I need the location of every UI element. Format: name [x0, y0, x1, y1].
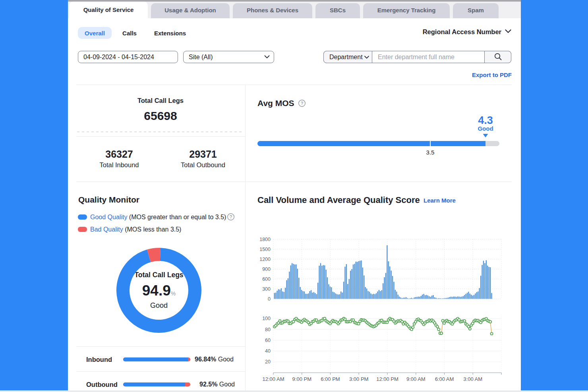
svg-text:80: 80: [265, 327, 271, 332]
svg-text:900: 900: [262, 266, 271, 272]
svg-text:9:00 PM: 9:00 PM: [292, 376, 311, 382]
svg-text:1800: 1800: [259, 237, 271, 242]
svg-text:40: 40: [265, 348, 271, 354]
svg-text:12:00 PM: 12:00 PM: [376, 376, 398, 382]
svg-text:60: 60: [265, 338, 271, 343]
svg-text:3:00 AM: 3:00 AM: [463, 376, 482, 382]
svg-text:0: 0: [268, 296, 271, 302]
svg-text:100: 100: [262, 316, 271, 321]
svg-text:?: ?: [230, 214, 232, 219]
svg-text:6:00 AM: 6:00 AM: [435, 376, 454, 382]
svg-text:12:00 AM: 12:00 AM: [263, 376, 284, 382]
svg-text:20: 20: [265, 359, 271, 365]
svg-text:1500: 1500: [259, 247, 271, 252]
svg-text:300: 300: [262, 286, 271, 292]
svg-text:1200: 1200: [259, 257, 271, 262]
svg-text:?: ?: [301, 101, 303, 106]
svg-text:3:00 PM: 3:00 PM: [349, 376, 368, 382]
svg-text:6:00 PM: 6:00 PM: [321, 376, 340, 382]
svg-text:600: 600: [262, 276, 271, 282]
svg-text:9:00 AM: 9:00 AM: [406, 376, 426, 382]
